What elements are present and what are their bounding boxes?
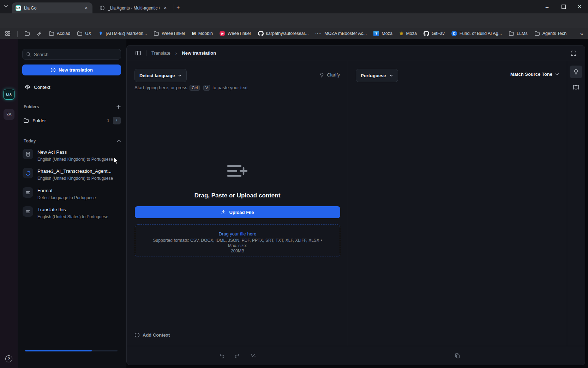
folder-count: 1 (107, 118, 109, 123)
tab-close-icon[interactable]: × (83, 5, 89, 11)
breadcrumb-separator: › (175, 50, 177, 56)
apps-grid-icon[interactable] (5, 31, 11, 36)
bookmark-fund-build-ai[interactable]: C Fund. of Build AI Ag... (451, 31, 502, 36)
redo-icon[interactable] (234, 353, 240, 358)
insights-bulb-button[interactable] (570, 66, 582, 78)
breadcrumb-parent[interactable]: Translate (151, 50, 170, 56)
search-input[interactable]: Search (22, 49, 121, 60)
bottom-toolbar (127, 346, 585, 365)
tone-dropdown[interactable]: Match Source Tone (510, 72, 559, 77)
bookmark-folder[interactable] (24, 31, 30, 36)
translation-panels: Detect language Clarify Start typing her… (127, 61, 585, 346)
fullscreen-icon[interactable] (571, 50, 576, 56)
sidebar: Search New translation Context Folders F… (18, 39, 126, 368)
close-window-button[interactable]: × (572, 1, 587, 12)
target-language-dropdown[interactable]: Portuguese (356, 69, 398, 82)
magic-wand-icon[interactable] (251, 353, 256, 358)
folder-icon (23, 118, 29, 123)
chevron-down-icon (555, 72, 559, 76)
sidebar-toggle-icon[interactable] (135, 50, 141, 56)
plus-circle-icon (134, 332, 140, 338)
history-item-translate-this[interactable]: Translate thisEnglish (United States) to… (20, 205, 124, 222)
bookmarks-divider (17, 31, 18, 37)
tab-title: _Lia Agents - Multi-agentic Orc (108, 6, 160, 11)
bookmark-karpathy[interactable]: karpathy/autoresear... (258, 31, 309, 36)
bookmark-ux[interactable]: UX (77, 31, 91, 36)
bookmark-gitfav[interactable]: GitFav (424, 31, 445, 36)
bookmark-moza-7[interactable]: 7 Moza (373, 31, 392, 36)
tab-lia-go[interactable]: LIA Lia Go × (12, 2, 92, 13)
tab-close-icon[interactable]: × (162, 5, 168, 11)
crown-icon: ♛ (399, 31, 404, 36)
history-item-phase3[interactable]: Phase3_AI_Transcreation_Agent...English … (20, 166, 124, 184)
minimize-button[interactable]: – (540, 1, 554, 12)
translate-nav-icon[interactable]: x̄A (4, 109, 14, 120)
add-folder-plus-icon[interactable] (116, 104, 121, 109)
spinner-icon (23, 168, 33, 178)
folder-menu-kebab-icon[interactable]: ⋮ (113, 117, 121, 124)
target-panel: Portuguese Match Source Tone (348, 61, 567, 346)
bookmark-llms[interactable]: LLMs (509, 31, 528, 36)
tab-divider (174, 4, 174, 10)
add-context-button[interactable]: Add Context (134, 332, 170, 338)
bookmarks-overflow-icon[interactable]: » (580, 31, 583, 37)
today-section-header[interactable]: Today (24, 139, 121, 143)
history-item-new-aci-pass[interactable]: New AcI PassEnglish (United Kingdom) to … (20, 147, 124, 165)
maximize-icon (562, 5, 566, 9)
search-placeholder: Search (34, 52, 48, 57)
bookmark-jira[interactable]: [AITM-92] Marketin... (98, 31, 147, 36)
moza-7-icon: 7 (373, 31, 379, 36)
bookmark-moza-booster[interactable]: ···· MOZA mBooster Ac... (315, 31, 367, 36)
bookmark-mobbin[interactable]: M Mobbin (192, 31, 213, 36)
history-item-format[interactable]: FormatDetect language to Portuguese (20, 186, 124, 203)
sidebar-item-context[interactable]: Context (22, 82, 121, 92)
bookmark-moza-crown[interactable]: ♛ Moza (399, 31, 417, 36)
empty-state-icon (227, 163, 248, 180)
source-language-dropdown[interactable]: Detect language (134, 69, 187, 82)
new-tab-button[interactable]: + (176, 4, 180, 11)
new-translation-button[interactable]: New translation (22, 65, 121, 75)
undo-icon[interactable] (219, 353, 225, 358)
source-panel: Detect language Clarify Start typing her… (127, 61, 348, 346)
upload-icon (221, 210, 226, 215)
glossary-book-icon[interactable] (571, 83, 581, 92)
text-lines-icon (23, 206, 33, 217)
upload-file-button[interactable]: Upload File (135, 206, 340, 218)
main-panel: Translate › New translation Detect langu… (126, 45, 585, 365)
panel-header: Translate › New translation (127, 45, 585, 61)
mobbin-icon: M (192, 31, 196, 36)
bookmark-weeetinker-folder[interactable]: WeeeTinker (154, 31, 185, 36)
github-icon (424, 31, 429, 36)
copy-icon[interactable] (455, 353, 460, 358)
lia-logo[interactable]: LIA (4, 89, 14, 100)
bookmark-acolad[interactable]: Acolad (49, 31, 70, 36)
moza-dashes-icon: ···· (315, 31, 322, 36)
typing-placeholder[interactable]: Start typing here, or press Ctrl V to pa… (134, 85, 248, 91)
globe-icon (100, 5, 105, 11)
bulb-icon (319, 73, 324, 78)
chevron-down-icon (389, 74, 393, 78)
file-dropzone[interactable]: Drag your file here Supported formats: C… (135, 225, 340, 257)
tab-lia-agents[interactable]: _Lia Agents - Multi-agentic Orc × (96, 2, 172, 13)
lia-favicon: LIA (16, 5, 21, 11)
folders-label: Folders (24, 104, 39, 109)
right-tool-strip (567, 61, 585, 346)
bookmark-link-icon[interactable] (37, 31, 42, 36)
folders-section-header: Folders (24, 104, 121, 109)
mouse-cursor (114, 157, 119, 165)
tab-search-icon[interactable] (4, 4, 8, 8)
tab-title: Lia Go (24, 6, 80, 11)
bookmark-weeetinker[interactable]: WeeeTinker (220, 31, 251, 36)
collapse-chevron-up-icon[interactable] (117, 139, 121, 143)
dropzone-label: Drag your file here (135, 231, 340, 237)
maximize-button[interactable] (557, 1, 571, 12)
header-divider (146, 50, 146, 56)
help-icon[interactable]: ? (5, 355, 12, 362)
clarify-button[interactable]: Clarify (319, 72, 340, 78)
plus-circle-icon (50, 67, 56, 73)
folder-row[interactable]: Folder 1 ⋮ (20, 115, 124, 126)
document-icon (23, 149, 33, 159)
search-icon (26, 52, 31, 57)
bookmark-agents-tech[interactable]: Agents Tech (534, 31, 567, 36)
weeetinker-icon (220, 31, 225, 36)
